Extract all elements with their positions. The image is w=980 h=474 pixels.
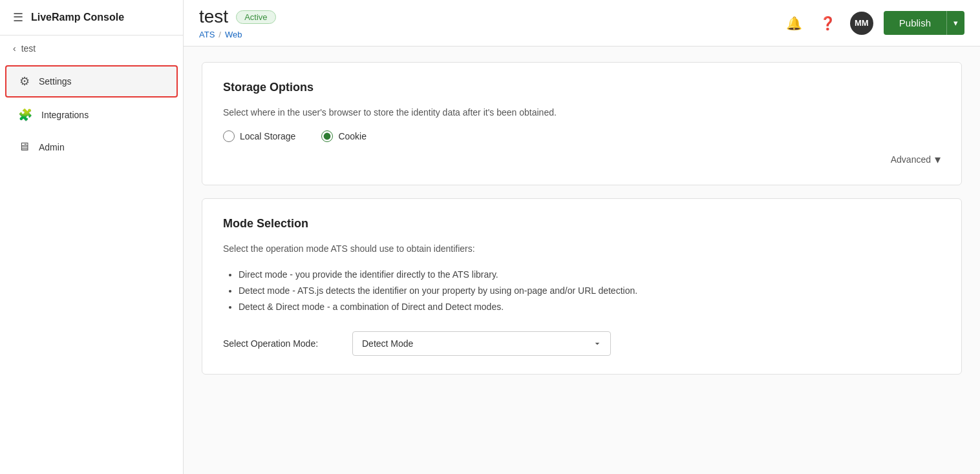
menu-icon[interactable]: ☰ xyxy=(13,10,23,25)
select-operation-mode-label: Select Operation Mode: xyxy=(223,338,339,349)
advanced-label[interactable]: Advanced xyxy=(891,154,931,165)
sidebar-item-admin-label: Admin xyxy=(39,142,65,152)
sidebar-nav: ⚙ Settings 🧩 Integrations 🖥 Admin xyxy=(0,61,183,165)
settings-icon: ⚙ xyxy=(19,74,30,88)
breadcrumb: ATS / Web xyxy=(199,30,276,39)
advanced-chevron-icon[interactable]: ▾ xyxy=(935,152,941,167)
mode-selection-card: Mode Selection Select the operation mode… xyxy=(202,198,962,375)
storage-radio-group: Local Storage Cookie xyxy=(223,130,941,142)
breadcrumb-separator: / xyxy=(218,30,221,39)
sidebar: ☰ LiveRamp Console ‹ test ⚙ Settings 🧩 I… xyxy=(0,0,184,474)
publish-dropdown-icon: ▾ xyxy=(953,18,958,28)
publish-button[interactable]: Publish xyxy=(884,11,946,35)
cookie-radio[interactable] xyxy=(321,130,333,142)
sidebar-back-label: test xyxy=(21,43,36,54)
sidebar-item-admin[interactable]: 🖥 Admin xyxy=(5,132,178,161)
select-row: Select Operation Mode: Detect Mode Direc… xyxy=(223,331,941,356)
sidebar-item-integrations[interactable]: 🧩 Integrations xyxy=(5,100,178,130)
storage-options-card: Storage Options Select where in the user… xyxy=(202,62,962,185)
mode-selection-description: Select the operation mode ATS should use… xyxy=(223,243,941,254)
admin-icon: 🖥 xyxy=(18,140,30,154)
back-arrow-icon: ‹ xyxy=(13,43,16,54)
publish-dropdown-button[interactable]: ▾ xyxy=(946,11,964,35)
topbar-left: test Active ATS / Web xyxy=(199,6,276,39)
mode-bullet-list: Direct mode - you provide the identifier… xyxy=(223,267,941,316)
help-button[interactable]: ❓ xyxy=(816,12,840,35)
topbar-right: 🔔 ❓ MM Publish ▾ xyxy=(783,11,964,35)
help-icon: ❓ xyxy=(820,15,836,31)
sidebar-item-settings[interactable]: ⚙ Settings xyxy=(5,65,178,98)
app-title: LiveRamp Console xyxy=(31,12,124,23)
bullet-item-detect: Detect mode - ATS.js detects the identif… xyxy=(239,283,941,299)
local-storage-radio[interactable] xyxy=(223,130,235,142)
status-badge: Active xyxy=(236,10,275,24)
bullet-item-detect-direct: Detect & Direct mode - a combination of … xyxy=(239,299,941,315)
topbar: test Active ATS / Web 🔔 ❓ MM Publish xyxy=(184,0,980,46)
storage-options-title: Storage Options xyxy=(223,81,941,94)
avatar-initials: MM xyxy=(855,18,869,28)
bell-icon: 🔔 xyxy=(786,15,802,31)
publish-group: Publish ▾ xyxy=(884,11,964,35)
advanced-row: Advanced ▾ xyxy=(223,152,941,167)
local-storage-option[interactable]: Local Storage xyxy=(223,130,295,142)
sidebar-item-settings-label: Settings xyxy=(39,76,72,87)
sidebar-back[interactable]: ‹ test xyxy=(0,36,183,61)
storage-options-description: Select where in the user's browser to st… xyxy=(223,107,941,118)
cookie-label: Cookie xyxy=(338,131,367,141)
operation-mode-select[interactable]: Detect Mode Direct Mode Detect & Direct … xyxy=(352,331,611,356)
integrations-icon: 🧩 xyxy=(18,108,32,122)
cookie-option[interactable]: Cookie xyxy=(321,130,367,142)
bullet-item-direct: Direct mode - you provide the identifier… xyxy=(239,267,941,283)
local-storage-label: Local Storage xyxy=(240,131,295,141)
sidebar-item-integrations-label: Integrations xyxy=(41,110,89,120)
bell-button[interactable]: 🔔 xyxy=(783,12,806,35)
breadcrumb-web[interactable]: Web xyxy=(225,30,242,39)
mode-selection-title: Mode Selection xyxy=(223,217,941,231)
avatar-button[interactable]: MM xyxy=(850,12,873,35)
breadcrumb-ats[interactable]: ATS xyxy=(199,30,215,39)
content-area: Storage Options Select where in the user… xyxy=(184,46,980,390)
sidebar-header: ☰ LiveRamp Console xyxy=(0,0,183,36)
topbar-title-row: test Active xyxy=(199,6,276,27)
main-content: test Active ATS / Web 🔔 ❓ MM Publish xyxy=(184,0,980,474)
page-title: test xyxy=(199,6,228,27)
